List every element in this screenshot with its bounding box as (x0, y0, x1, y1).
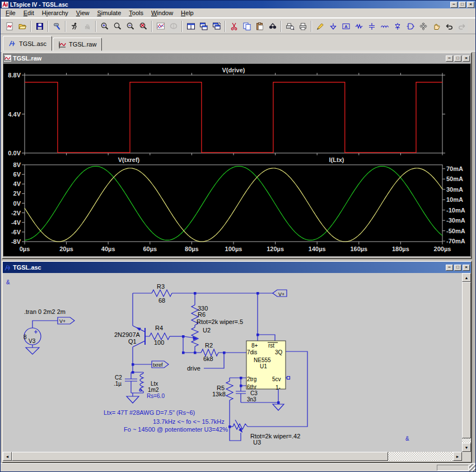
waveform-plot-area[interactable]: V(drive)V(txref)I(Ltx)8.8V4.4V0.0V8V6V4V… (3, 63, 471, 257)
cut-button[interactable] (227, 20, 240, 33)
wave-close-button[interactable]: × (463, 55, 470, 62)
move-button[interactable] (417, 20, 430, 33)
pan-view-button[interactable] (167, 20, 180, 33)
tile-horizontal-button[interactable] (197, 20, 210, 33)
control-panel-button[interactable] (50, 20, 63, 33)
close-button[interactable]: × (467, 2, 474, 8)
tile-vertical-button[interactable] (184, 20, 197, 33)
menu-view[interactable]: View (72, 9, 94, 17)
sch-maximize-button[interactable]: □ (454, 265, 461, 271)
toolbar-separator (151, 21, 152, 32)
drag-button[interactable] (430, 20, 442, 33)
menu-help[interactable]: Help (177, 9, 198, 17)
menu-edit[interactable]: Edit (20, 9, 38, 17)
schematic-horizontal-scrollbar[interactable]: ◄ ► (3, 452, 462, 461)
toolbar-separator (281, 21, 282, 32)
c2-value: .1µ (114, 381, 122, 387)
halt-button[interactable] (81, 20, 94, 33)
run-button[interactable] (68, 20, 81, 33)
maximize-button[interactable]: □ (459, 2, 466, 8)
mdi-client-area: TGSL.raw − □ × V(drive)V(txref)I(Ltx)8.8… (1, 52, 476, 464)
print-icon (298, 22, 307, 31)
copy-button[interactable] (240, 20, 253, 33)
tran-directive: .tran 0 2m2 2m (24, 308, 66, 315)
trace-vdrive (25, 82, 442, 153)
print-button[interactable] (296, 20, 309, 33)
vertical-scroll-thumb[interactable] (462, 282, 471, 438)
tab-tgsl.asc[interactable]: TGSL.asc (3, 36, 52, 51)
sch-close-button[interactable]: × (463, 265, 470, 271)
resistor-button[interactable] (352, 20, 365, 33)
net-label-button[interactable]: A (339, 20, 352, 33)
schematic-text-labels[interactable]: & .tran 0 2m2 2m V+ 8 V3 2N2907A Q1 R3 6… (6, 279, 409, 446)
zoom-full-extents-button[interactable] (137, 20, 150, 33)
new-schematic-button[interactable] (3, 20, 16, 33)
zoom-out-button[interactable] (124, 20, 137, 33)
capacitor-button[interactable] (365, 20, 378, 33)
waveform-chart[interactable]: V(drive)V(txref)I(Ltx)8.8V4.4V0.0V8V6V4V… (3, 64, 472, 256)
y-tick-left: 8V (13, 161, 21, 168)
tab-label: TGSL.asc (19, 40, 46, 47)
find-button[interactable] (266, 20, 279, 33)
wave-maximize-button[interactable]: □ (454, 55, 461, 62)
schematic-canvas[interactable]: 8+ rst 7dis 3Q NE555 U1 2trg 5cv 6thr 1-… (3, 273, 462, 452)
ground-button[interactable] (326, 20, 339, 33)
sch-minimize-button[interactable]: − (446, 265, 453, 271)
print-preview-button[interactable] (283, 20, 296, 33)
inductor-button[interactable] (378, 20, 391, 33)
menu-file[interactable]: File (2, 9, 20, 17)
menu-window[interactable]: Window (147, 9, 177, 17)
y-tick-right: 10mA (446, 196, 463, 203)
minimize-button[interactable]: − (450, 2, 458, 8)
redo-button[interactable] (455, 20, 468, 33)
cascade-windows-button[interactable] (210, 20, 223, 33)
u2-name: U2 (203, 327, 211, 334)
menubar: FileEditHierarchyViewSimulateToolsWindow… (1, 8, 475, 18)
scroll-left-button[interactable]: ◄ (3, 452, 12, 461)
c3-name: C3 (250, 390, 258, 396)
toolbar-separator (65, 21, 66, 32)
undo-button[interactable] (442, 20, 455, 33)
tab-tgsl.raw[interactable]: TGSL.raw (53, 38, 102, 51)
scroll-right-button[interactable]: ► (453, 452, 462, 461)
save-button[interactable] (33, 20, 46, 33)
menu-hierarchy[interactable]: Hierarchy (38, 9, 72, 17)
schematic-tab-icon (8, 40, 17, 48)
zoom-full-extents-icon (139, 22, 148, 31)
zoom-region-button[interactable] (111, 20, 124, 33)
menu-simulate[interactable]: Simulate (93, 9, 125, 17)
scroll-up-button[interactable]: ▲ (462, 273, 471, 282)
x-tick-label: 100µs (225, 246, 242, 252)
r3-value: 68 (158, 297, 165, 304)
vertical-scroll-track[interactable] (462, 438, 471, 443)
diode-button[interactable] (391, 20, 404, 33)
x-tick-label: 40µs (101, 246, 115, 252)
horizontal-scroll-track[interactable] (388, 452, 453, 461)
y-tick-right: -50mA (446, 228, 465, 234)
resize-grip[interactable] (469, 464, 476, 471)
ne555-ic[interactable]: 8+ rst 7dis 3Q NE555 U1 2trg 5cv 6thr 1- (246, 341, 286, 391)
scroll-down-button[interactable]: ▼ (462, 443, 471, 452)
toolbar-separator (181, 21, 183, 32)
autorange-waveform-icon (156, 22, 165, 31)
main-titlebar[interactable]: LTspice IV - TGSL.asc − □ × (1, 1, 475, 8)
ne555-name-label: U1 (260, 363, 267, 369)
paste-button[interactable] (253, 20, 266, 33)
ltx-rs-note: Rs=6.0 (147, 393, 165, 399)
horizontal-scroll-thumb[interactable] (12, 452, 388, 461)
autorange-waveform-button[interactable] (154, 20, 167, 33)
trace-label-vdrive: V(drive) (222, 67, 245, 73)
wire-button[interactable] (314, 20, 326, 33)
menu-tools[interactable]: Tools (125, 9, 147, 17)
ltx-value: 1m2 (148, 387, 159, 393)
schematic-window-titlebar[interactable]: TGSL.asc − □ × (3, 262, 471, 273)
component-button[interactable] (404, 20, 417, 33)
schematic-vertical-scrollbar[interactable]: ▲ ▼ (462, 273, 471, 452)
zoom-in-button[interactable] (98, 20, 111, 33)
wave-minimize-button[interactable]: − (446, 55, 453, 62)
drive-net-label: drive (187, 365, 200, 372)
open-folder-button[interactable] (16, 20, 29, 33)
u2-note: Rtot=2k wiper=.5 (197, 318, 243, 325)
ne555-pin5-label: 5cv (272, 376, 281, 382)
waveform-window-titlebar[interactable]: TGSL.raw − □ × (3, 53, 471, 63)
